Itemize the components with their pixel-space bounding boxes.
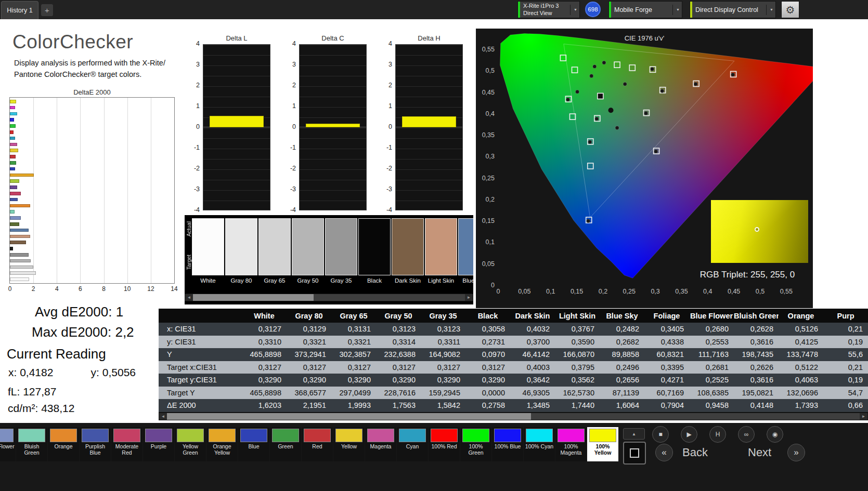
patch-button-orange[interactable]: Orange (48, 427, 79, 461)
patch-label: Orange Yellow (207, 443, 237, 456)
patch-button-purplish-blue[interactable]: Purplish Blue (80, 427, 111, 461)
x-tick-label: 0,15 (571, 288, 583, 295)
source-selector[interactable]: Mobile Forge ▼ (608, 1, 682, 18)
x-tick-label: 0,25 (623, 288, 636, 295)
x-tick-label: 0,3 (651, 288, 659, 295)
patch-button-purple[interactable]: Purple (143, 427, 174, 461)
y-tick-label: 3 (292, 61, 296, 68)
y-tick-label: -3 (386, 185, 392, 193)
y-tick-label: -2 (290, 165, 296, 172)
patch-label: Cyan (397, 443, 427, 449)
target-button[interactable]: ◉ (767, 426, 783, 443)
swatch-scrollbar[interactable]: ◄ ► (185, 294, 473, 301)
patch-button-row: Blue FlowerBluish GreenOrangePurplish Bl… (0, 427, 618, 461)
play-button[interactable]: ▶ (681, 426, 697, 443)
y-tick-label: 0,15 (482, 217, 495, 224)
patch-button-bluish-green[interactable]: Bluish Green (16, 427, 47, 461)
tab-history-1[interactable]: History 1 (1, 1, 38, 19)
cell: 0,4125 (779, 336, 823, 349)
stop-button[interactable]: ■ (652, 426, 669, 443)
patch-button-red[interactable]: Red (302, 427, 333, 461)
delta-c-plot (299, 44, 367, 210)
scroll-thumb[interactable] (193, 294, 314, 301)
back-button[interactable]: Back (682, 446, 708, 459)
delta-c-bar (306, 124, 360, 127)
measured-marker (623, 82, 627, 86)
patch-button-magenta[interactable]: Magenta (365, 427, 396, 461)
corner-header (159, 309, 242, 323)
delta-c-chart: Delta C 43210-1-2-3-4 (283, 34, 372, 222)
patch-button-100-blue[interactable]: 100% Blue (492, 427, 523, 461)
current-reading-title: Current Reading (7, 346, 106, 362)
patch-button-blue-flower[interactable]: Blue Flower (0, 427, 16, 461)
meter-selector[interactable]: X-Rite i1Pro 3 Direct View ▼ (517, 1, 580, 18)
delta-h-chart: Delta H 43210-1-2-3-4 (380, 34, 468, 222)
cell: 0,3290 (331, 374, 376, 387)
y-tick-label: 0,3 (486, 153, 495, 160)
cell: 0,3616 (734, 336, 779, 349)
deltae-bar-light-skin (10, 235, 30, 238)
patch-button-green[interactable]: Green (270, 427, 301, 461)
chevron-down-icon: ▼ (766, 5, 773, 15)
cell: 0,2682 (600, 336, 644, 349)
patch-button-100-red[interactable]: 100% Red (429, 427, 460, 461)
cie-diagram: 00,050,10,150,20,250,30,350,40,450,50,55… (476, 29, 813, 308)
next-button[interactable]: Next (748, 446, 771, 459)
settings-button[interactable]: ⚙ (781, 1, 799, 18)
scroll-track[interactable] (193, 294, 465, 301)
gridline (57, 98, 57, 283)
cell: 0,3314 (376, 336, 421, 349)
display-control-selector[interactable]: Direct Display Control ▼ (690, 1, 776, 18)
cell: 0,3290 (242, 374, 287, 387)
patch-button-yellow[interactable]: Yellow (333, 427, 365, 461)
patch-swatch-icon (177, 429, 204, 442)
swatch-label-gray-50: Gray 50 (292, 277, 324, 284)
scroll-thumb[interactable] (167, 413, 531, 420)
y-tick-label: 0,25 (482, 175, 495, 182)
patch-button-yellow-green[interactable]: Yellow Green (175, 427, 206, 461)
cell: 46,9305 (510, 387, 555, 400)
scroll-left-icon[interactable]: ◄ (185, 294, 193, 301)
scroll-left-icon[interactable]: ◄ (159, 413, 167, 420)
scroll-track[interactable] (167, 413, 860, 420)
patch-label: Blue Flower (0, 443, 15, 449)
target-row-label: Target (186, 255, 192, 270)
cell: 0,7904 (644, 399, 689, 412)
cell: 0,5126 (779, 323, 823, 336)
next-chevron-icon[interactable]: » (787, 444, 805, 461)
continuous-button[interactable]: ∞ (738, 426, 755, 443)
add-tab-button[interactable]: + (41, 4, 53, 16)
patch-button-moderate-red[interactable]: Moderate Red (111, 427, 142, 461)
patch-button-blue[interactable]: Blue (238, 427, 269, 461)
swatch-gray-50 (292, 218, 324, 275)
column-header-blue-flower: Blue Flower (689, 309, 734, 323)
cell: 0,4338 (644, 336, 689, 349)
collapse-panel-button[interactable]: ▲ (623, 428, 645, 440)
measurement-count-badge[interactable]: 698 (585, 2, 601, 17)
patch-swatch-icon (145, 429, 172, 442)
measured-marker (654, 150, 658, 153)
scroll-right-icon[interactable]: ► (465, 294, 473, 301)
column-header-orange: Orange (779, 309, 823, 323)
back-chevron-icon[interactable]: « (655, 444, 673, 461)
delta-h-yaxis: 43210-1-2-3-4 (380, 44, 393, 210)
patch-button-100-green[interactable]: 100% Green (460, 427, 491, 461)
patch-button-cyan[interactable]: Cyan (397, 427, 428, 461)
y-tick-label: 0,55 (482, 46, 495, 53)
patch-swatch-icon (50, 429, 77, 442)
table-scrollbar[interactable]: ◄ ► (159, 413, 868, 420)
patch-button-100-cyan[interactable]: 100% Cyan (524, 427, 555, 461)
y-tick-label: 0 (388, 123, 392, 130)
patch-button-orange-yellow[interactable]: Orange Yellow (206, 427, 238, 461)
patch-window-button[interactable] (623, 442, 646, 465)
hold-button[interactable]: H (709, 426, 726, 443)
scroll-right-icon[interactable]: ► (860, 413, 867, 420)
y-tick-label: 2 (292, 82, 296, 89)
cell: 0,3290 (376, 374, 421, 387)
patch-button-100-magenta[interactable]: 100% Magenta (555, 427, 587, 461)
cell: 0,2680 (689, 323, 734, 336)
patch-button-100-yellow[interactable]: 100% Yellow (587, 427, 618, 461)
table-row: Target y:CIE310,32900,32900,32900,32900,… (159, 374, 868, 387)
swatch-labels: WhiteGray 80Gray 65Gray 50Gray 35BlackDa… (192, 277, 473, 284)
cell: 297,0499 (331, 387, 376, 400)
